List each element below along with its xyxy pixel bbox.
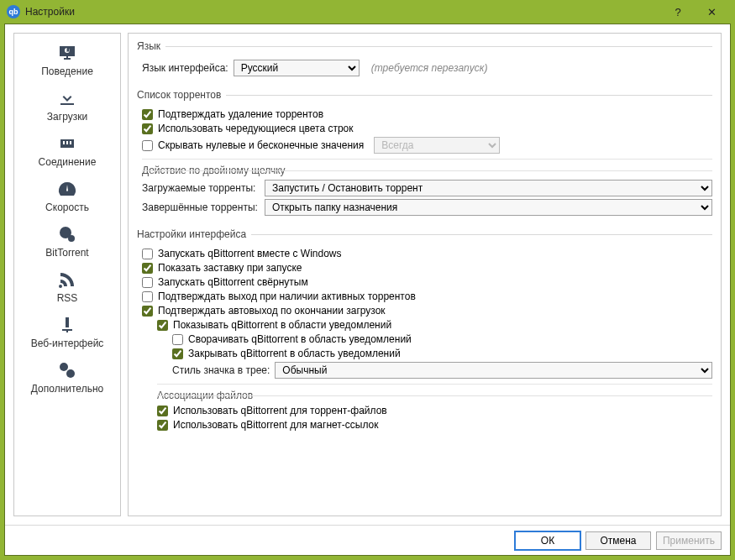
completed-action-select[interactable]: Открыть папку назначения: [265, 199, 712, 216]
confirm-autoexit-label: Подтверждать автовыход по окончании загр…: [158, 305, 386, 317]
group-ui-settings: Настройки интерфейса Запускать qBittorre…: [137, 228, 712, 435]
tray-show-label: Показывать qBittorrent в области уведомл…: [173, 319, 391, 331]
main-area: Поведение Загрузки Соединение Скорость B…: [5, 24, 730, 525]
close-button[interactable]: ✕: [695, 6, 728, 18]
sidebar-item-label: Веб-интерфейс: [14, 338, 120, 349]
gauge-icon: [14, 178, 120, 200]
group-language: Язык Язык интерфейса: Русский (требуется…: [137, 40, 712, 81]
assoc-magnet-label: Использовать qBittorrent для магнет-ссыл…: [173, 419, 378, 431]
server-icon: [14, 314, 120, 336]
window-body: Поведение Загрузки Соединение Скорость B…: [4, 24, 731, 556]
assoc-torrent-label: Использовать qBittorrent для торрент-фай…: [173, 405, 387, 416]
group-title: Настройки интерфейса: [137, 228, 712, 240]
start-minimized-label: Запускать qBittorrent свёрнутым: [158, 276, 308, 288]
sidebar-item-label: Соединение: [14, 156, 120, 168]
sidebar-item-rss[interactable]: RSS: [14, 265, 120, 311]
sidebar-item-webui[interactable]: Веб-интерфейс: [14, 311, 120, 356]
globe-gear-icon: [14, 223, 120, 245]
dialog-footer: ОК Отмена Применить: [5, 525, 730, 555]
titlebar: qb Настройки ? ✕: [0, 0, 735, 24]
tray-style-select[interactable]: Обычный: [275, 362, 712, 379]
language-hint: (требуется перезапуск): [371, 62, 488, 74]
apply-button[interactable]: Применить: [656, 531, 722, 550]
sidebar-item-label: Скорость: [14, 201, 120, 213]
subgroup-title: Действие по двойному щелчку: [142, 165, 712, 176]
confirm-exit-checkbox[interactable]: [142, 291, 153, 302]
download-icon: [14, 87, 120, 109]
confirm-delete-label: Подтверждать удаление торрентов: [158, 108, 323, 120]
start-minimized-checkbox[interactable]: [142, 277, 153, 288]
downloading-action-label: Загружаемые торренты:: [142, 182, 260, 194]
alt-rows-checkbox[interactable]: [142, 123, 153, 134]
gears-icon: [14, 359, 120, 381]
help-button[interactable]: ?: [661, 6, 695, 18]
app-icon: qb: [7, 5, 20, 18]
gear-monitor-icon: [14, 42, 120, 64]
tray-close-checkbox[interactable]: [172, 348, 183, 359]
show-splash-checkbox[interactable]: [142, 263, 153, 274]
sidebar-item-downloads[interactable]: Загрузки: [14, 84, 120, 129]
language-select[interactable]: Русский: [234, 60, 360, 76]
svg-point-2: [68, 235, 75, 242]
sidebar-item-connection[interactable]: Соединение: [14, 129, 120, 175]
tray-close-label: Закрывать qBittorrent в область уведомле…: [188, 348, 401, 359]
sidebar-item-label: BitTorrent: [14, 247, 120, 259]
downloading-action-select[interactable]: Запустить / Остановить торрент: [265, 180, 712, 196]
group-title: Язык: [137, 40, 712, 52]
sidebar-item-label: Поведение: [14, 65, 120, 77]
cancel-button[interactable]: Отмена: [585, 531, 651, 550]
sidebar-item-speed[interactable]: Скорость: [14, 175, 120, 220]
confirm-exit-label: Подтверждать выход при наличии активных …: [158, 290, 416, 302]
sidebar-item-behavior[interactable]: Поведение: [14, 39, 120, 84]
sidebar-item-label: Загрузки: [14, 111, 120, 123]
hide-zero-checkbox[interactable]: [142, 140, 153, 151]
completed-action-label: Завершённые торренты:: [142, 201, 260, 213]
sidebar-item-label: RSS: [14, 292, 120, 304]
subgroup-file-assoc: Ассоциации файлов Использовать qBittorre…: [157, 384, 712, 431]
sidebar-item-advanced[interactable]: Дополнительно: [14, 356, 120, 401]
start-with-windows-label: Запускать qBittorrent вместе с Windows: [158, 248, 342, 259]
alt-rows-label: Использовать чередующиеся цвета строк: [158, 123, 354, 134]
hide-zero-mode-select: Всегда: [374, 137, 500, 154]
svg-point-4: [66, 369, 75, 378]
group-title: Список торрентов: [137, 89, 712, 101]
ethernet-icon: [14, 133, 120, 154]
confirm-autoexit-checkbox[interactable]: [142, 306, 153, 317]
start-with-windows-checkbox[interactable]: [142, 249, 153, 259]
language-label: Язык интерфейса:: [142, 62, 228, 74]
assoc-magnet-checkbox[interactable]: [157, 420, 168, 431]
confirm-delete-checkbox[interactable]: [142, 109, 153, 120]
group-torrent-list: Список торрентов Подтверждать удаление т…: [137, 89, 712, 220]
tray-minimize-label: Сворачивать qBittorrent в область уведом…: [188, 333, 412, 345]
sidebar-item-bittorrent[interactable]: BitTorrent: [14, 220, 120, 265]
sidebar: Поведение Загрузки Соединение Скорость B…: [13, 33, 121, 516]
tray-minimize-checkbox[interactable]: [172, 334, 183, 345]
assoc-torrent-checkbox[interactable]: [157, 406, 168, 416]
tray-show-checkbox[interactable]: [157, 320, 168, 331]
subgroup-title: Ассоциации файлов: [157, 390, 712, 401]
window-title: Настройки: [25, 6, 661, 18]
sidebar-item-label: Дополнительно: [14, 383, 120, 395]
content-panel: Язык Язык интерфейса: Русский (требуется…: [128, 33, 722, 516]
hide-zero-label: Скрывать нулевые и бесконечные значения: [158, 139, 364, 151]
svg-point-3: [60, 363, 68, 371]
rss-icon: [14, 269, 120, 290]
tray-style-label: Стиль значка в трее:: [172, 364, 270, 376]
subgroup-double-click: Действие по двойному щелчку Загружаемые …: [142, 159, 712, 216]
ok-button[interactable]: ОК: [515, 531, 580, 550]
show-splash-label: Показать заставку при запуске: [158, 262, 302, 274]
